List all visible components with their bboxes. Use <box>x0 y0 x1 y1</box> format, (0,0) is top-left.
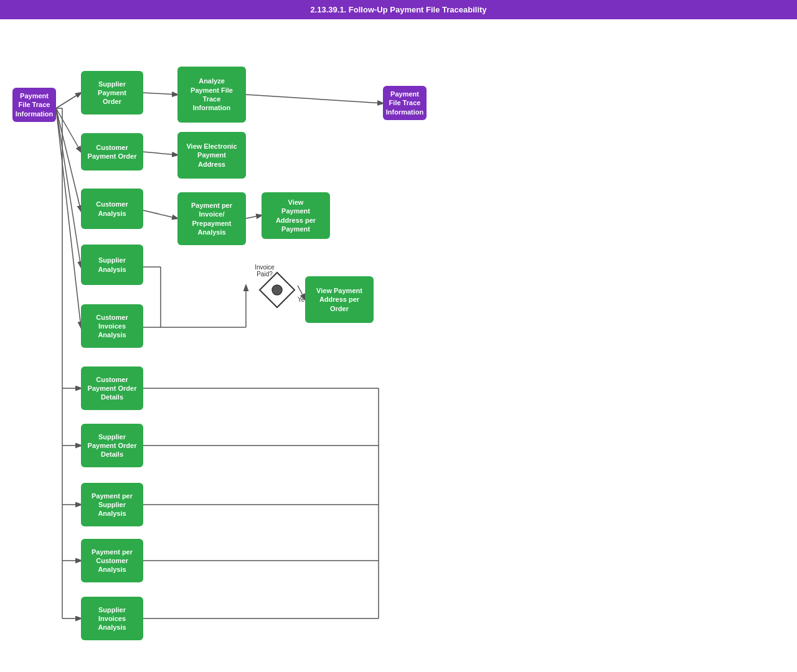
node-analyze-payment-file[interactable]: AnalyzePayment FileTraceInformation <box>177 67 246 123</box>
svg-line-3 <box>56 108 81 267</box>
node-view-payment-address-per-order[interactable]: View PaymentAddress perOrder <box>305 276 374 323</box>
node-customer-payment-order[interactable]: CustomerPayment Order <box>81 133 143 170</box>
svg-line-4 <box>56 108 81 327</box>
node-supplier-payment-order[interactable]: SupplierPaymentOrder <box>81 71 143 114</box>
diagram-area: PaymentFile TraceInformation SupplierPay… <box>0 19 797 672</box>
node-label: Payment perCustomerAnalysis <box>92 548 133 574</box>
node-label: View PaymentAddress perOrder <box>316 286 362 313</box>
node-label: CustomerPayment OrderDetails <box>88 375 137 402</box>
input-node-label: PaymentFile TraceInformation <box>16 91 54 118</box>
node-label: CustomerInvoicesAnalysis <box>96 313 128 340</box>
node-label: CustomerAnalysis <box>96 200 128 218</box>
node-label: SupplierPayment OrderDetails <box>88 432 137 459</box>
node-view-electronic-payment[interactable]: View ElectronicPaymentAddress <box>177 132 246 179</box>
input-payment-file-trace: PaymentFile TraceInformation <box>12 88 56 122</box>
node-label: View ElectronicPaymentAddress <box>186 142 237 169</box>
node-customer-analysis[interactable]: CustomerAnalysis <box>81 189 143 229</box>
svg-line-1 <box>56 108 81 152</box>
node-label: AnalyzePayment FileTraceInformation <box>191 77 233 112</box>
node-payment-per-supplier-analysis[interactable]: Payment perSupplierAnalysis <box>81 483 143 526</box>
svg-line-5 <box>143 93 177 95</box>
node-label: SupplierInvoicesAnalysis <box>98 605 126 632</box>
node-label: CustomerPayment Order <box>88 143 137 161</box>
svg-line-6 <box>143 152 177 155</box>
svg-point-33 <box>272 285 282 295</box>
diamond-label: InvoicePaid? <box>246 264 283 278</box>
node-label: Payment perInvoice/PrepaymentAnalysis <box>191 201 232 236</box>
node-customer-invoices-analysis[interactable]: CustomerInvoicesAnalysis <box>81 304 143 348</box>
node-customer-payment-order-details[interactable]: CustomerPayment OrderDetails <box>81 366 143 410</box>
node-payment-per-invoice[interactable]: Payment perInvoice/PrepaymentAnalysis <box>177 192 246 245</box>
output-node-label: PaymentFile TraceInformation <box>386 90 424 116</box>
svg-line-8 <box>143 210 177 218</box>
svg-line-0 <box>56 93 81 108</box>
node-supplier-invoices-analysis[interactable]: SupplierInvoicesAnalysis <box>81 597 143 640</box>
output-payment-file-trace: PaymentFile TraceInformation <box>383 86 427 120</box>
node-view-payment-address-per-payment[interactable]: ViewPaymentAddress perPayment <box>262 192 330 239</box>
title-bar: 2.13.39.1. Follow-Up Payment File Tracea… <box>0 0 797 19</box>
svg-line-7 <box>246 215 262 218</box>
node-label: Payment perSupplierAnalysis <box>92 492 133 518</box>
node-supplier-payment-order-details[interactable]: SupplierPayment OrderDetails <box>81 424 143 467</box>
node-label: ViewPaymentAddress perPayment <box>276 198 316 233</box>
title-text: 2.13.39.1. Follow-Up Payment File Tracea… <box>310 5 486 14</box>
node-label: SupplierAnalysis <box>98 256 126 274</box>
svg-line-2 <box>56 108 81 211</box>
node-label: SupplierPaymentOrder <box>98 80 126 106</box>
node-payment-per-customer-analysis[interactable]: Payment perCustomerAnalysis <box>81 539 143 582</box>
svg-line-30 <box>246 95 383 103</box>
node-supplier-analysis[interactable]: SupplierAnalysis <box>81 245 143 285</box>
